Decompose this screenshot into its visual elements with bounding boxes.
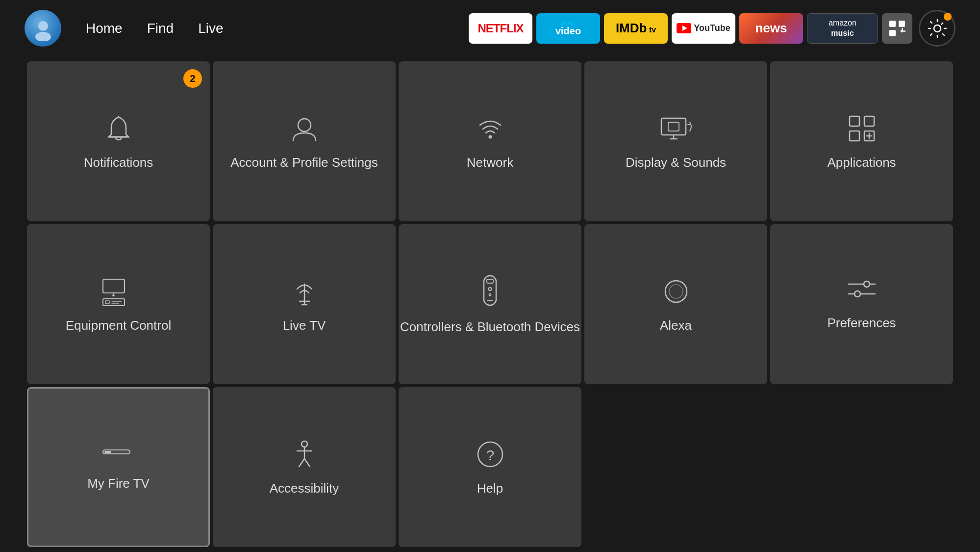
svg-rect-4 (889, 21, 896, 27)
svg-rect-32 (105, 301, 109, 304)
grid-item-preferences[interactable]: Preferences (770, 224, 953, 384)
svg-point-42 (489, 294, 491, 296)
grid-item-network[interactable]: Network (399, 61, 581, 221)
alexa-label: Alexa (660, 317, 692, 334)
my-fire-tv-label: My Fire TV (87, 475, 150, 492)
prime-main-label: video (555, 26, 581, 37)
grid-item-notifications[interactable]: 2 Notifications (27, 61, 210, 221)
grid-item-help[interactable]: ? Help (399, 387, 581, 547)
settings-grid: 2 Notifications Account & Profile Settin… (0, 56, 980, 552)
news-label: news (755, 21, 787, 36)
live-tv-label: Live TV (283, 317, 326, 334)
svg-rect-5 (899, 21, 905, 27)
svg-rect-21 (850, 116, 859, 126)
svg-line-55 (299, 459, 304, 467)
youtube-label: YouTube (677, 23, 730, 33)
top-nav: Home Find Live NETFLIX prime video IMDb … (0, 0, 980, 56)
svg-point-13 (298, 119, 311, 131)
svg-point-0 (38, 21, 48, 31)
news-button[interactable]: news (739, 13, 803, 44)
netflix-label: NETFLIX (478, 22, 524, 35)
avatar[interactable] (25, 10, 61, 47)
svg-point-14 (488, 135, 492, 139)
notifications-label: Notifications (84, 155, 153, 171)
imdb-button[interactable]: IMDb tv (604, 13, 668, 44)
settings-notification-dot (944, 13, 952, 21)
svg-rect-40 (487, 279, 493, 283)
svg-point-41 (489, 288, 492, 290)
empty-cell-2 (770, 387, 953, 547)
svg-point-10 (934, 25, 941, 32)
nav-live[interactable]: Live (198, 21, 223, 36)
app-shortcuts: NETFLIX prime video IMDb tv YouTube news… (469, 10, 955, 47)
svg-point-44 (665, 281, 687, 302)
display-sounds-label: Display & Sounds (626, 155, 726, 171)
svg-rect-51 (104, 451, 111, 453)
applications-label: Applications (827, 155, 896, 171)
settings-button[interactable] (919, 10, 955, 47)
svg-rect-27 (103, 279, 125, 293)
grid-item-controllers[interactable]: Controllers & Bluetooth Devices (399, 224, 581, 384)
grid-item-my-fire-tv[interactable]: My Fire TV (27, 387, 210, 547)
svg-line-56 (304, 459, 310, 467)
svg-point-45 (669, 285, 683, 298)
svg-point-49 (854, 291, 860, 297)
grid-item-accessibility[interactable]: Accessibility (213, 387, 396, 547)
prime-video-button[interactable]: prime video (536, 13, 600, 44)
controllers-label: Controllers & Bluetooth Devices (400, 319, 580, 336)
netflix-button[interactable]: NETFLIX (469, 13, 532, 44)
grid-item-equipment-control[interactable]: Equipment Control (27, 224, 210, 384)
help-label: Help (477, 480, 503, 497)
nav-links: Home Find Live (86, 21, 224, 36)
grid-item-display-sounds[interactable]: Display & Sounds (584, 61, 767, 221)
amazon-music-button[interactable]: amazonmusic (807, 13, 878, 44)
svg-text:?: ? (486, 447, 494, 463)
svg-rect-6 (889, 30, 896, 36)
amazon-music-label: amazonmusic (829, 18, 856, 39)
grid-item-account[interactable]: Account & Profile Settings (213, 61, 396, 221)
svg-rect-23 (850, 131, 859, 141)
nav-find[interactable]: Find (147, 21, 174, 36)
empty-cell-1 (584, 387, 767, 547)
account-label: Account & Profile Settings (230, 155, 378, 171)
svg-rect-19 (668, 122, 679, 131)
imdb-label: IMDb tv (616, 21, 656, 36)
svg-rect-31 (103, 299, 125, 306)
network-label: Network (467, 155, 513, 171)
grid-item-applications[interactable]: Applications (770, 61, 953, 221)
svg-point-47 (864, 281, 870, 287)
nav-home[interactable]: Home (86, 21, 123, 36)
svg-rect-22 (864, 116, 874, 126)
svg-point-52 (302, 441, 307, 447)
notifications-badge: 2 (183, 69, 202, 88)
prime-top-label: prime (561, 20, 576, 26)
youtube-button[interactable]: YouTube (672, 13, 735, 44)
grid-item-live-tv[interactable]: Live TV (213, 224, 396, 384)
accessibility-label: Accessibility (270, 480, 339, 497)
preferences-label: Preferences (827, 315, 896, 332)
equipment-control-label: Equipment Control (66, 317, 171, 334)
svg-rect-15 (661, 118, 686, 135)
svg-point-1 (35, 32, 51, 41)
prime-logo: prime video (555, 20, 581, 37)
grid-icon-button[interactable] (882, 13, 912, 44)
grid-item-alexa[interactable]: Alexa (584, 224, 767, 384)
